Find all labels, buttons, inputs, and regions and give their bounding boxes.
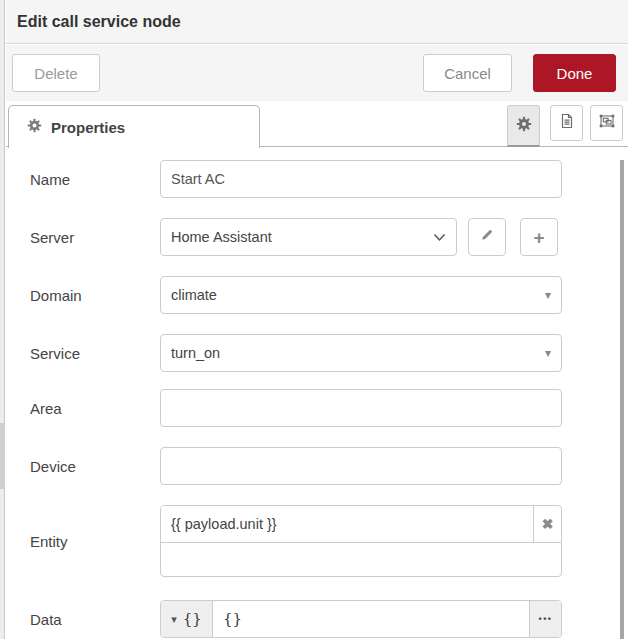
service-label: Service (30, 334, 152, 372)
area-label: Area (30, 389, 152, 427)
service-value: turn_on (171, 345, 220, 361)
caret-down-icon: ▾ (545, 289, 551, 301)
expand-data-editor-button[interactable]: ••• (529, 601, 561, 637)
done-button[interactable]: Done (533, 54, 616, 92)
background-scrollbar-thumb[interactable] (0, 423, 5, 489)
service-input[interactable]: turn_on ▾ (160, 334, 562, 372)
add-server-button[interactable]: + (520, 218, 558, 256)
editor-left-edge (0, 0, 5, 639)
entity-list-item: ✖ (161, 506, 561, 543)
domain-label: Domain (30, 276, 152, 314)
entity-label: Entity (30, 505, 152, 577)
domain-value: climate (171, 287, 217, 303)
entity-input[interactable] (161, 506, 533, 542)
dialog-toolbar: Delete Cancel Done (6, 45, 628, 101)
ellipsis-icon: ••• (539, 614, 553, 624)
caret-down-icon: ▾ (171, 614, 177, 625)
data-value-input[interactable]: {} (213, 601, 529, 637)
edit-server-button[interactable] (468, 218, 506, 256)
pencil-icon (480, 228, 494, 246)
area-input[interactable] (160, 389, 562, 427)
cancel-button[interactable]: Cancel (423, 54, 512, 92)
plus-icon: + (533, 228, 544, 247)
dialog-title: Edit call service node (17, 13, 181, 31)
tab-bar: Properties (6, 101, 628, 147)
chevron-down-icon (433, 233, 446, 242)
appearance-tab-toggle-button[interactable] (590, 105, 623, 141)
server-select[interactable]: Home Assistant (160, 218, 457, 256)
gear-icon (27, 118, 42, 137)
close-icon: ✖ (542, 516, 554, 532)
caret-down-icon: ▾ (545, 347, 551, 359)
domain-input[interactable]: climate ▾ (160, 276, 562, 314)
data-value: {} (223, 610, 242, 628)
remove-entity-button[interactable]: ✖ (533, 506, 561, 542)
device-input[interactable] (160, 447, 562, 485)
tab-properties-label: Properties (51, 119, 125, 136)
edit-call-service-dialog: Edit call service node Delete Cancel Don… (0, 0, 628, 639)
dialog-titlebar: Edit call service node (6, 0, 628, 44)
entity-list: ✖ (160, 505, 562, 577)
data-label: Data (30, 600, 152, 638)
data-type-select-button[interactable]: ▾ {} (161, 601, 213, 637)
object-group-icon (599, 113, 615, 133)
data-typed-input: ▾ {} {} ••• (160, 600, 562, 638)
json-type-icon: {} (183, 610, 202, 628)
name-label: Name (30, 160, 152, 198)
document-icon (559, 113, 575, 133)
device-label: Device (30, 447, 152, 485)
gear-icon (516, 116, 532, 136)
delete-button[interactable]: Delete (12, 54, 100, 92)
name-input[interactable] (160, 160, 562, 198)
properties-tab-toggle-button[interactable] (507, 105, 540, 147)
tab-properties[interactable]: Properties (8, 105, 260, 148)
server-select-value: Home Assistant (171, 229, 272, 245)
description-tab-toggle-button[interactable] (550, 105, 583, 141)
server-label: Server (30, 218, 152, 256)
form-scrollbar-thumb[interactable] (620, 160, 624, 639)
